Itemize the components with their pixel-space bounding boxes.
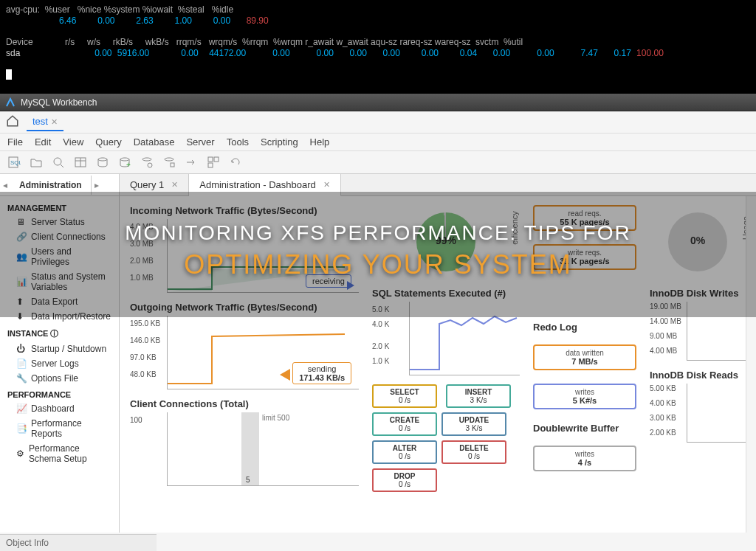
menu-scripting[interactable]: Scripting bbox=[261, 136, 298, 148]
tool-db-add-icon[interactable]: + bbox=[117, 154, 133, 170]
stat-drop: DROP0 /s bbox=[372, 468, 437, 492]
sidebar-item-perf-schema[interactable]: ⚙Performance Schema Setup bbox=[0, 441, 119, 466]
server-icon: 🖥 bbox=[16, 217, 27, 227]
tool-db-search-icon[interactable] bbox=[139, 154, 155, 170]
import-icon: ⬇ bbox=[16, 311, 27, 322]
tool-reconnect-icon[interactable] bbox=[227, 154, 244, 170]
badge-read-reqs: read reqs.55 K pages/s bbox=[533, 205, 636, 231]
gauge-usage: 0% Usage bbox=[650, 205, 746, 279]
gauge-efficiency: 99% efficiency bbox=[372, 205, 520, 279]
tool-open-sql-icon[interactable] bbox=[28, 154, 44, 170]
tool-new-sql-icon[interactable]: SQL bbox=[6, 154, 22, 170]
tool-dashboard-icon[interactable] bbox=[205, 154, 221, 170]
tool-db-icon[interactable] bbox=[94, 154, 111, 170]
object-info-panel[interactable]: Object Info bbox=[0, 534, 157, 551]
window-title: MySQL Workbench bbox=[21, 97, 97, 108]
close-icon[interactable]: ✕ bbox=[323, 180, 330, 190]
sidebar-collapse-icon[interactable]: ◂ bbox=[0, 180, 10, 190]
chart-disk-reads: InnoDB Disk Reads 5.00 KB 4.00 KB 3.00 K… bbox=[650, 370, 746, 443]
stat-create: CREATE0 /s bbox=[372, 412, 437, 436]
close-icon[interactable]: ✕ bbox=[51, 117, 58, 126]
connections-icon: 🔗 bbox=[16, 232, 27, 242]
wrench-icon: 🔧 bbox=[16, 373, 27, 384]
stat-alter: ALTER0 /s bbox=[372, 440, 437, 464]
sidebar-item-logs[interactable]: 📄Server Logs bbox=[0, 356, 119, 371]
menu-server[interactable]: Server bbox=[186, 136, 214, 148]
chart-net-out: Outgoing Network Traffic (Bytes/Second) … bbox=[130, 302, 359, 389]
sidebar-item-data-export[interactable]: ⬆Data Export bbox=[0, 294, 119, 309]
export-icon: ⬆ bbox=[16, 297, 27, 307]
menu-edit[interactable]: Edit bbox=[35, 136, 51, 148]
menu-query[interactable]: Query bbox=[95, 136, 121, 148]
svg-text:SQL: SQL bbox=[10, 159, 21, 166]
svg-point-8 bbox=[148, 163, 152, 167]
chart-disk-writes: InnoDB Disk Writes 19.00 MB 14.00 MB 9.0… bbox=[650, 288, 746, 361]
sidebar-expand-icon[interactable]: ▸ bbox=[92, 180, 102, 190]
stat-select: SELECT0 /s bbox=[372, 384, 437, 408]
gear-icon: ⚙ bbox=[16, 448, 24, 459]
menu-file[interactable]: File bbox=[7, 136, 23, 148]
menu-bar: File Edit View Query Database Server Too… bbox=[0, 134, 756, 151]
sidebar-hdr-management: MANAGEMENT bbox=[0, 199, 119, 215]
conn-value: 5 bbox=[246, 476, 250, 484]
dwb-title: Doublewrite Buffer bbox=[533, 423, 636, 434]
sidebar-item-options[interactable]: 🔧Options File bbox=[0, 371, 119, 386]
tab-admin-dashboard[interactable]: Administration - Dashboard✕ bbox=[189, 174, 341, 196]
stat-delete: DELETE0 /s bbox=[441, 440, 506, 464]
close-icon[interactable]: ✕ bbox=[171, 180, 178, 190]
tab-query1[interactable]: Query 1✕ bbox=[120, 174, 189, 195]
sidebar-item-data-import[interactable]: ⬇Data Import/Restore bbox=[0, 309, 119, 324]
home-tab[interactable] bbox=[6, 114, 19, 131]
tool-inspector-icon[interactable] bbox=[50, 154, 66, 170]
badge-dwb-writes: writes4 /s bbox=[533, 446, 636, 471]
badge-receiving: receiving bbox=[306, 274, 351, 288]
tool-db-manage-icon[interactable] bbox=[161, 154, 177, 170]
sidebar-item-startup[interactable]: ⏻Startup / Shutdown bbox=[0, 342, 119, 356]
vars-icon: 📊 bbox=[16, 277, 27, 287]
terminal-cursor bbox=[6, 69, 12, 80]
sql-stat-grid: SELECT0 /s INSERT3 K/s CREATE0 /s UPDATE… bbox=[372, 384, 520, 492]
connection-tab-test[interactable]: test✕ bbox=[27, 113, 63, 131]
chart-client-conns: Client Connections (Total) 100 limit 500… bbox=[130, 398, 359, 486]
chart-net-in: Incoming Network Traffic (Bytes/Second) … bbox=[130, 205, 359, 293]
connection-tabs: test✕ bbox=[0, 111, 756, 134]
menu-tools[interactable]: Tools bbox=[227, 136, 249, 148]
sidebar-tab-admin[interactable]: Administration bbox=[10, 176, 92, 195]
report-icon: 📑 bbox=[16, 423, 27, 434]
redo-log-title: Redo Log bbox=[533, 322, 636, 333]
limit-label: limit 500 bbox=[262, 414, 289, 422]
dashboard-pane: Incoming Network Traffic (Bytes/Second) … bbox=[120, 196, 756, 533]
right-panel-collapsed[interactable] bbox=[746, 196, 756, 533]
menu-database[interactable]: Database bbox=[134, 136, 175, 148]
badge-sending: sending171.43 KB/s bbox=[292, 362, 351, 384]
sidebar-item-client-conn[interactable]: 🔗Client Connections bbox=[0, 229, 119, 244]
menu-view[interactable]: View bbox=[63, 136, 83, 148]
svg-text:+: + bbox=[126, 161, 131, 169]
tool-migrate-icon[interactable] bbox=[183, 154, 199, 170]
svg-rect-11 bbox=[208, 157, 213, 162]
editor-tabs: Query 1✕ Administration - Dashboard✕ bbox=[120, 174, 756, 196]
sidebar-item-server-status[interactable]: 🖥Server Status bbox=[0, 215, 119, 229]
chart-sql-exec: SQL Statements Executed (#) 5.0 K 4.0 K … bbox=[372, 288, 520, 375]
sidebar-item-status-vars[interactable]: 📊Status and System Variables bbox=[0, 269, 119, 294]
sidebar-item-perf-reports[interactable]: 📑Performance Reports bbox=[0, 416, 119, 441]
terminal-iostat: avg-cpu: %user %nice %system %iowait %st… bbox=[0, 0, 756, 94]
menu-help[interactable]: Help bbox=[310, 136, 330, 148]
app-icon bbox=[4, 97, 16, 108]
power-icon: ⏻ bbox=[16, 344, 27, 354]
svg-rect-13 bbox=[208, 163, 213, 167]
window-titlebar[interactable]: MySQL Workbench bbox=[0, 94, 756, 111]
svg-point-2 bbox=[54, 158, 61, 165]
sidebar-item-perf-dash[interactable]: 📈Dashboard bbox=[0, 401, 119, 416]
svg-rect-10 bbox=[171, 163, 174, 167]
sidebar-hdr-performance: PERFORMANCE bbox=[0, 386, 119, 401]
sidebar-hdr-instance: INSTANCE ⓘ bbox=[0, 324, 119, 342]
badge-redo-data: data written7 MB/s bbox=[533, 344, 636, 370]
gauge-icon: 📈 bbox=[16, 403, 27, 414]
tool-table-icon[interactable] bbox=[72, 154, 89, 170]
stat-insert: INSERT3 K/s bbox=[446, 384, 511, 408]
sidebar: ◂ Administration ▸ MANAGEMENT 🖥Server St… bbox=[0, 174, 120, 533]
users-icon: 👥 bbox=[16, 252, 27, 262]
badge-redo-writes: writes5 K#/s bbox=[533, 384, 636, 409]
sidebar-item-users[interactable]: 👥Users and Privileges bbox=[0, 244, 119, 269]
